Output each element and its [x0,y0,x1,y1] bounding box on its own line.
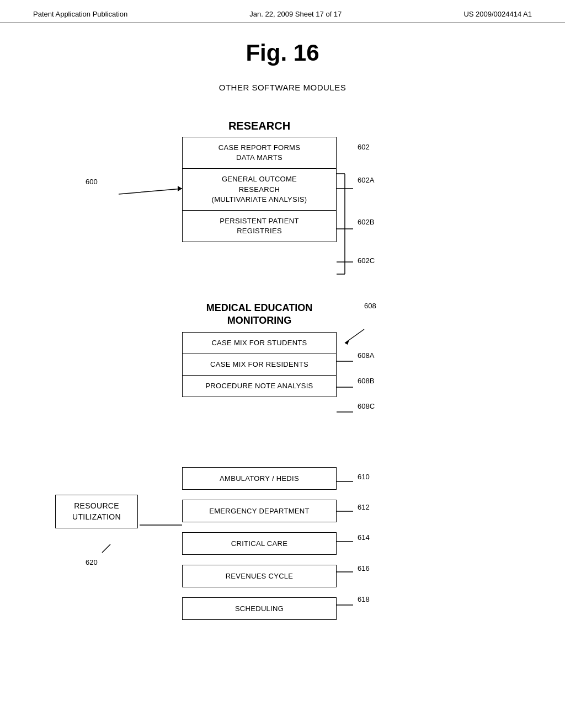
header-center: Jan. 22, 2009 Sheet 17 of 17 [249,10,342,18]
label-616: 616 [358,564,370,572]
right-column: AMBULATORY / HEDIS EMERGENCY DEPARTMENT … [182,467,337,630]
label-602C: 602C [358,256,375,265]
label-620: 620 [86,558,98,566]
research-title: RESEARCH [182,120,337,132]
label-602A: 602A [358,176,374,184]
box-612: EMERGENCY DEPARTMENT [182,500,337,522]
box-614: CRITICAL CARE [182,532,337,555]
research-box-602C: PERSISTENT PATIENTREGISTRIES [182,211,337,242]
label-608: 608 [364,302,376,310]
research-box-602B: GENERAL OUTCOMERESEARCH(MULTIVARIATE ANA… [182,169,337,211]
svg-marker-12 [345,340,349,345]
research-section: RESEARCH CASE REPORT FORMSDATA MARTS GEN… [182,120,337,242]
svg-line-11 [345,329,364,343]
svg-line-19 [102,544,110,553]
label-612: 612 [358,503,370,511]
medical-box-608B: CASE MIX FOR RESIDENTS [182,354,337,376]
fig-title: Fig. 16 [0,23,565,77]
research-box-602A: CASE REPORT FORMSDATA MARTS [182,137,337,169]
svg-marker-1 [178,186,182,191]
label-602: 602 [358,143,370,151]
label-600: 600 [86,178,98,186]
medical-box-608C: PROCEDURE NOTE ANALYSIS [182,376,337,397]
resource-utilization-box: RESOURCEUTILIZATION [55,495,138,528]
box-618: SCHEDULING [182,597,337,620]
medical-box-608A: CASE MIX FOR STUDENTS [182,332,337,354]
svg-line-0 [119,189,182,194]
label-614: 614 [358,533,370,542]
medical-education-section: MEDICAL EDUCATIONMONITORING CASE MIX FOR… [182,302,337,397]
main-diagram: RESEARCH CASE REPORT FORMSDATA MARTS GEN… [0,92,565,728]
header-left: Patent Application Publication [33,10,127,18]
label-608C: 608C [358,402,375,410]
header-right: US 2009/0024414 A1 [463,10,532,18]
section-title: OTHER SOFTWARE MODULES [0,83,565,92]
label-608B: 608B [358,377,374,385]
patent-header: Patent Application Publication Jan. 22, … [0,0,565,23]
medical-title: MEDICAL EDUCATIONMONITORING [182,302,337,328]
box-610: AMBULATORY / HEDIS [182,467,337,490]
label-608A: 608A [358,351,374,360]
label-618: 618 [358,595,370,603]
box-616: REVENUES CYCLE [182,565,337,587]
label-610: 610 [358,473,370,481]
label-602B: 602B [358,218,374,226]
